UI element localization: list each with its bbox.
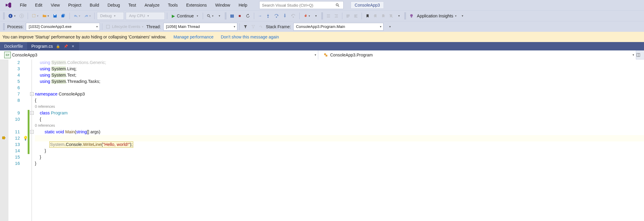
code-nav-dropdowns: C# ConsoleApp3 ConsoleApp3.Program <box>0 50 644 59</box>
svg-rect-12 <box>347 14 350 15</box>
nav-forward-button[interactable] <box>18 12 26 20</box>
indent-more-button[interactable] <box>333 12 340 20</box>
prev-bookmark-button[interactable] <box>372 12 379 20</box>
tab-program-cs[interactable]: Program.cs 🔒 📌 ✕ <box>27 42 79 50</box>
toolbar-overflow-1[interactable]: ▾ <box>216 12 223 20</box>
step-over-button[interactable] <box>273 12 280 20</box>
menu-build[interactable]: Build <box>85 1 103 9</box>
svg-rect-14 <box>347 17 349 17</box>
next-bookmark-button[interactable] <box>380 12 387 20</box>
lifecycle-events-button[interactable]: Lifecycle Events▾ <box>104 23 145 31</box>
process-label: Process: <box>7 24 25 29</box>
toolbar-grip[interactable] <box>225 13 226 19</box>
csharp-project-icon: C# <box>4 52 11 58</box>
code-body[interactable]: using System.Collections.Generic; using … <box>35 59 644 221</box>
stop-button[interactable]: ■ <box>236 12 243 20</box>
vs-logo-icon <box>4 1 13 9</box>
undo-button[interactable]: ▾ <box>72 12 82 20</box>
filter-threads-button[interactable] <box>242 23 249 31</box>
svg-rect-22 <box>325 55 327 56</box>
menu-tools[interactable]: Tools <box>164 1 182 9</box>
step-into-button[interactable] <box>264 12 272 20</box>
process-dropdown[interactable]: [1032] ConsoleApp3.exe <box>26 23 100 31</box>
bookmark-button[interactable] <box>364 12 371 20</box>
svg-point-9 <box>276 17 277 17</box>
class-nav-dropdown[interactable]: ConsoleApp3.Program <box>318 50 636 59</box>
current-statement-arrow-icon <box>2 136 6 140</box>
redo-button[interactable]: ▾ <box>82 12 92 20</box>
menu-help[interactable]: Help <box>234 1 251 9</box>
pause-button[interactable]: ▮▮ <box>228 12 236 20</box>
fold-toggle-icon[interactable]: − <box>30 92 34 96</box>
svg-point-2 <box>8 14 12 18</box>
pin-icon[interactable]: 📌 <box>63 44 69 48</box>
tab-dockerfile[interactable]: Dockerfile <box>0 42 27 50</box>
manage-performance-link[interactable]: Manage performance <box>174 35 214 39</box>
solution-name[interactable]: ConsoleApp3 <box>351 2 384 9</box>
save-button[interactable] <box>51 12 59 20</box>
solution-platform-dropdown[interactable]: Any CPU▾ <box>126 12 165 20</box>
toolbar-overflow-3[interactable]: ▾ <box>395 12 402 20</box>
restart-button[interactable] <box>244 12 252 20</box>
toolbar-grip[interactable] <box>404 13 406 19</box>
toolbar-grip[interactable] <box>321 13 323 19</box>
open-file-button[interactable]: ▾ <box>41 12 51 20</box>
main-menubar: File Edit View Project Build Debug Test … <box>0 0 644 10</box>
fold-toggle-icon[interactable]: − <box>30 130 34 134</box>
toolbar-overflow-5[interactable]: ▾ <box>387 23 394 31</box>
indent-less-button[interactable] <box>325 12 332 20</box>
search-input[interactable] <box>260 3 335 8</box>
breakpoint-gutter[interactable] <box>0 59 8 221</box>
toolbar-overflow-4[interactable]: ▾ <box>459 12 466 20</box>
fold-toggle-icon[interactable]: − <box>30 111 34 115</box>
menu-project[interactable]: Project <box>64 1 86 9</box>
codelens-refs[interactable]: 0 references <box>35 123 644 129</box>
dismiss-infobar-link[interactable]: Don't show this message again <box>221 35 279 39</box>
continue-button[interactable]: ▶ Continue ▾ <box>169 12 201 20</box>
nav-back-button[interactable]: ▾ <box>7 12 17 20</box>
line-number-gutter: 2 3 4 5 6 7 8 9 10 11 12 13 14 15 16 <box>8 59 23 221</box>
codelens-refs[interactable]: 0 references <box>35 104 644 110</box>
svg-rect-20 <box>106 25 110 28</box>
code-editor[interactable]: 2 3 4 5 6 7 8 9 10 11 12 13 14 15 16 💡 −… <box>0 59 644 221</box>
toolbar-overflow-2[interactable]: ▾ <box>312 12 319 20</box>
menu-analyze[interactable]: Analyze <box>140 1 164 9</box>
toolbar-grip[interactable] <box>3 13 5 19</box>
solution-config-dropdown[interactable]: Debug▾ <box>97 12 124 20</box>
standard-toolbar: ▾ ▾ ▾ ▾ ▾ Debug▾ Any CPU▾ ▶ Continue ▾ ▾… <box>0 10 644 21</box>
comment-button[interactable] <box>344 12 352 20</box>
document-tabstrip: Dockerfile Program.cs 🔒 📌 ✕ <box>0 42 644 50</box>
menu-extensions[interactable]: Extensions <box>182 1 211 9</box>
menu-file[interactable]: File <box>16 1 31 9</box>
menu-window[interactable]: Window <box>211 1 234 9</box>
new-project-button[interactable]: ▾ <box>30 12 40 20</box>
uncomment-button[interactable] <box>352 12 359 20</box>
svg-rect-5 <box>54 14 56 15</box>
menu-view[interactable]: View <box>47 1 64 9</box>
quick-launch[interactable] <box>259 1 344 9</box>
menu-edit[interactable]: Edit <box>31 1 47 9</box>
project-nav-dropdown[interactable]: C# ConsoleApp3 <box>0 50 318 59</box>
app-insights-label[interactable]: Application Insights <box>416 14 454 18</box>
menu-debug[interactable]: Debug <box>103 1 124 9</box>
close-icon[interactable]: ✕ <box>71 44 75 48</box>
show-next-statement-button[interactable]: → <box>256 12 263 20</box>
clear-bookmarks-button[interactable] <box>387 12 395 20</box>
find-button[interactable]: ▾ <box>205 12 215 20</box>
svg-rect-13 <box>347 16 350 16</box>
split-view-button[interactable] <box>636 53 644 57</box>
outline-gutter[interactable]: − − − <box>29 59 35 221</box>
toolbar-grip[interactable] <box>3 23 5 30</box>
svg-point-11 <box>293 17 294 17</box>
step-out-button[interactable] <box>281 12 289 20</box>
thread-dropdown[interactable]: [1056] Main Thread <box>163 23 237 31</box>
stackframe-dropdown[interactable]: ConsoleApp3.Program.Main <box>293 23 384 31</box>
menu-test[interactable]: Test <box>124 1 140 9</box>
save-all-button[interactable] <box>60 12 67 20</box>
flag-threads-button[interactable] <box>250 23 257 31</box>
threads-view-button[interactable] <box>257 23 265 31</box>
step-backward-button[interactable] <box>289 12 297 20</box>
lightbulb-icon[interactable]: 💡 <box>23 136 28 141</box>
search-icon[interactable] <box>335 3 343 7</box>
hot-reload-button[interactable]: ▾ <box>302 12 312 20</box>
